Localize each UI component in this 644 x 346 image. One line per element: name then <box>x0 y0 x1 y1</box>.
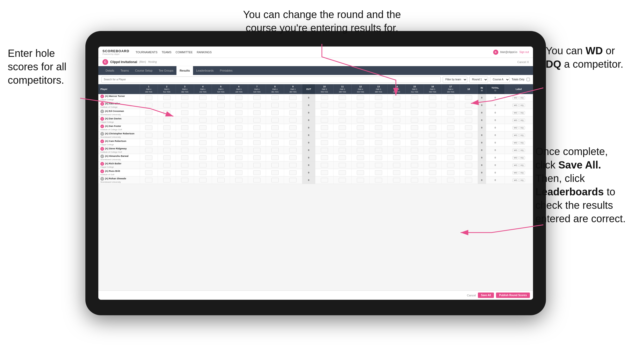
score-input-12[interactable] <box>357 140 364 145</box>
hole-15-score[interactable] <box>405 169 424 176</box>
score-input-6[interactable] <box>235 148 242 152</box>
hole-1-score[interactable] <box>140 102 158 109</box>
score-input-4[interactable] <box>199 118 206 122</box>
score-input-16[interactable] <box>429 178 436 182</box>
score-input-18[interactable] <box>465 178 472 182</box>
hole-13-score[interactable] <box>369 154 388 162</box>
score-input-17[interactable] <box>447 170 454 175</box>
hole-9-score[interactable] <box>284 139 302 147</box>
wd-button[interactable]: WD <box>513 179 519 182</box>
score-input-9[interactable] <box>289 155 297 160</box>
hole-9-score[interactable] <box>284 117 302 124</box>
hole-14-score[interactable] <box>388 109 406 117</box>
hole-14-score[interactable] <box>388 169 406 176</box>
hole-2-score[interactable] <box>158 117 176 124</box>
score-input-8[interactable] <box>271 178 279 182</box>
score-input-13[interactable] <box>375 163 382 167</box>
score-input-1[interactable] <box>145 148 152 152</box>
score-input-7[interactable] <box>253 133 261 137</box>
hole-14-score[interactable] <box>388 132 406 139</box>
score-input-15[interactable] <box>411 155 418 160</box>
dq-button[interactable]: DQ <box>519 96 525 99</box>
hole-1-score[interactable] <box>140 162 158 169</box>
score-input-5[interactable] <box>217 178 225 182</box>
hole-3-score[interactable] <box>176 147 194 154</box>
score-input-8[interactable] <box>271 95 279 100</box>
hole-4-score[interactable] <box>194 162 212 169</box>
score-input-16[interactable] <box>429 170 436 175</box>
tab-teams[interactable]: Teams <box>117 66 132 75</box>
nav-teams[interactable]: TEAMS <box>162 51 172 54</box>
hole-2-score[interactable] <box>158 124 176 132</box>
score-input-4[interactable] <box>199 163 206 167</box>
nav-rankings[interactable]: RANKINGS <box>197 51 212 54</box>
hole-14-score[interactable] <box>388 139 406 147</box>
hole-8-score[interactable] <box>266 139 284 147</box>
score-input-10[interactable] <box>321 163 328 167</box>
score-input-10[interactable] <box>321 155 328 160</box>
score-input-5[interactable] <box>217 125 225 130</box>
hole-11-score[interactable] <box>334 169 352 176</box>
score-input-1[interactable] <box>145 178 152 182</box>
score-input-9[interactable] <box>289 163 297 167</box>
score-input-7[interactable] <box>253 103 261 107</box>
score-input-13[interactable] <box>375 125 382 130</box>
score-input-11[interactable] <box>339 178 346 182</box>
hole-1-score[interactable] <box>140 124 158 132</box>
wd-button[interactable]: WD <box>513 96 519 99</box>
hole-13-score[interactable] <box>369 94 388 102</box>
score-input-4[interactable] <box>199 110 206 115</box>
score-input-4[interactable] <box>199 148 206 152</box>
hole-17-score[interactable] <box>442 132 460 139</box>
hole-12-score[interactable] <box>351 169 369 176</box>
score-input-5[interactable] <box>217 118 225 122</box>
score-input-6[interactable] <box>235 110 242 115</box>
hole-1-score[interactable] <box>140 109 158 117</box>
score-input-16[interactable] <box>429 103 436 107</box>
hole-4-score[interactable] <box>194 102 212 109</box>
hole-9-score[interactable] <box>284 124 302 132</box>
score-input-7[interactable] <box>253 178 261 182</box>
hole-10-score[interactable] <box>315 147 334 154</box>
score-input-7[interactable] <box>253 140 261 145</box>
score-input-11[interactable] <box>339 155 346 160</box>
hole-2-score[interactable] <box>158 102 176 109</box>
hole-7-score[interactable] <box>248 124 266 132</box>
hole-5-score[interactable] <box>212 94 230 102</box>
wd-button[interactable]: WD <box>513 119 519 122</box>
hole-11-score[interactable] <box>334 139 352 147</box>
hole-14-score[interactable] <box>388 124 406 132</box>
score-input-6[interactable] <box>235 170 242 175</box>
score-input-7[interactable] <box>253 148 261 152</box>
score-input-13[interactable] <box>375 155 382 160</box>
hole-11-score[interactable] <box>334 102 352 109</box>
hole-7-score[interactable] <box>248 147 266 154</box>
hole-2-score[interactable] <box>158 154 176 162</box>
hole-15-score[interactable] <box>405 117 424 124</box>
hole-13-score[interactable] <box>369 176 388 184</box>
score-input-9[interactable] <box>289 95 297 100</box>
hole-10-score[interactable] <box>315 109 334 117</box>
score-input-9[interactable] <box>289 148 297 152</box>
score-input-6[interactable] <box>235 118 242 122</box>
hole-16-score[interactable] <box>424 176 442 184</box>
hole-6-score[interactable] <box>230 124 248 132</box>
hole-13-score[interactable] <box>369 162 388 169</box>
score-input-18[interactable] <box>465 148 472 152</box>
wd-button[interactable]: WD <box>513 149 519 152</box>
hole-12-score[interactable] <box>351 94 369 102</box>
hole-1-score[interactable] <box>140 117 158 124</box>
hole-3-score[interactable] <box>176 154 194 162</box>
hole-16-score[interactable] <box>424 169 442 176</box>
hole-1-score[interactable] <box>140 154 158 162</box>
score-input-15[interactable] <box>411 110 418 115</box>
hole-11-score[interactable] <box>334 124 352 132</box>
score-input-16[interactable] <box>429 163 436 167</box>
hole-18-score[interactable] <box>460 102 478 109</box>
hole-16-score[interactable] <box>424 94 442 102</box>
round-select[interactable]: Round 1 <box>469 76 488 83</box>
hole-6-score[interactable] <box>230 132 248 139</box>
hole-6-score[interactable] <box>230 117 248 124</box>
hole-15-score[interactable] <box>405 124 424 132</box>
hole-12-score[interactable] <box>351 124 369 132</box>
